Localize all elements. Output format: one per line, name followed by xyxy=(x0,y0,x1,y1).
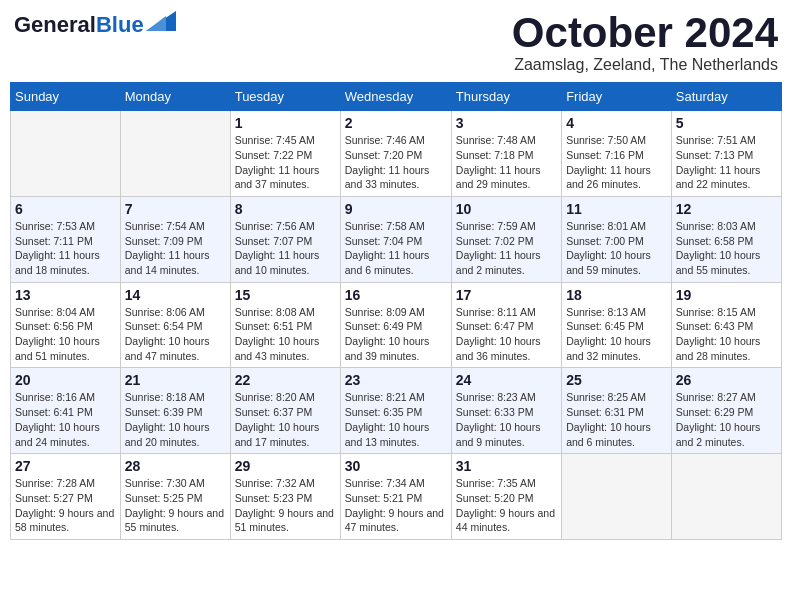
day-number: 25 xyxy=(566,372,667,388)
day-info: Sunrise: 7:32 AM Sunset: 5:23 PM Dayligh… xyxy=(235,476,336,535)
day-number: 3 xyxy=(456,115,557,131)
logo-text: GeneralBlue xyxy=(14,14,144,36)
calendar-cell: 29Sunrise: 7:32 AM Sunset: 5:23 PM Dayli… xyxy=(230,454,340,540)
day-number: 28 xyxy=(125,458,226,474)
day-number: 19 xyxy=(676,287,777,303)
day-header-thursday: Thursday xyxy=(451,83,561,111)
day-info: Sunrise: 7:28 AM Sunset: 5:27 PM Dayligh… xyxy=(15,476,116,535)
day-number: 31 xyxy=(456,458,557,474)
day-number: 1 xyxy=(235,115,336,131)
day-number: 11 xyxy=(566,201,667,217)
day-number: 12 xyxy=(676,201,777,217)
day-number: 9 xyxy=(345,201,447,217)
day-number: 29 xyxy=(235,458,336,474)
day-info: Sunrise: 8:27 AM Sunset: 6:29 PM Dayligh… xyxy=(676,390,777,449)
day-info: Sunrise: 8:18 AM Sunset: 6:39 PM Dayligh… xyxy=(125,390,226,449)
calendar: SundayMondayTuesdayWednesdayThursdayFrid… xyxy=(10,82,782,540)
calendar-cell: 6Sunrise: 7:53 AM Sunset: 7:11 PM Daylig… xyxy=(11,196,121,282)
calendar-cell: 10Sunrise: 7:59 AM Sunset: 7:02 PM Dayli… xyxy=(451,196,561,282)
calendar-cell: 26Sunrise: 8:27 AM Sunset: 6:29 PM Dayli… xyxy=(671,368,781,454)
calendar-week-row: 13Sunrise: 8:04 AM Sunset: 6:56 PM Dayli… xyxy=(11,282,782,368)
calendar-cell xyxy=(11,111,121,197)
calendar-cell: 4Sunrise: 7:50 AM Sunset: 7:16 PM Daylig… xyxy=(562,111,672,197)
day-info: Sunrise: 7:53 AM Sunset: 7:11 PM Dayligh… xyxy=(15,219,116,278)
calendar-cell: 23Sunrise: 8:21 AM Sunset: 6:35 PM Dayli… xyxy=(340,368,451,454)
calendar-cell: 12Sunrise: 8:03 AM Sunset: 6:58 PM Dayli… xyxy=(671,196,781,282)
calendar-header-row: SundayMondayTuesdayWednesdayThursdayFrid… xyxy=(11,83,782,111)
day-info: Sunrise: 8:08 AM Sunset: 6:51 PM Dayligh… xyxy=(235,305,336,364)
calendar-cell: 15Sunrise: 8:08 AM Sunset: 6:51 PM Dayli… xyxy=(230,282,340,368)
day-info: Sunrise: 7:30 AM Sunset: 5:25 PM Dayligh… xyxy=(125,476,226,535)
day-number: 24 xyxy=(456,372,557,388)
day-number: 5 xyxy=(676,115,777,131)
svg-marker-1 xyxy=(146,16,166,31)
calendar-cell: 17Sunrise: 8:11 AM Sunset: 6:47 PM Dayli… xyxy=(451,282,561,368)
day-info: Sunrise: 8:09 AM Sunset: 6:49 PM Dayligh… xyxy=(345,305,447,364)
day-header-wednesday: Wednesday xyxy=(340,83,451,111)
calendar-cell xyxy=(562,454,672,540)
calendar-cell: 16Sunrise: 8:09 AM Sunset: 6:49 PM Dayli… xyxy=(340,282,451,368)
day-number: 16 xyxy=(345,287,447,303)
day-number: 22 xyxy=(235,372,336,388)
day-info: Sunrise: 8:13 AM Sunset: 6:45 PM Dayligh… xyxy=(566,305,667,364)
calendar-cell: 13Sunrise: 8:04 AM Sunset: 6:56 PM Dayli… xyxy=(11,282,121,368)
day-number: 21 xyxy=(125,372,226,388)
calendar-cell: 22Sunrise: 8:20 AM Sunset: 6:37 PM Dayli… xyxy=(230,368,340,454)
day-info: Sunrise: 8:21 AM Sunset: 6:35 PM Dayligh… xyxy=(345,390,447,449)
month-title: October 2024 xyxy=(512,10,778,56)
calendar-cell: 20Sunrise: 8:16 AM Sunset: 6:41 PM Dayli… xyxy=(11,368,121,454)
day-info: Sunrise: 8:25 AM Sunset: 6:31 PM Dayligh… xyxy=(566,390,667,449)
calendar-cell xyxy=(671,454,781,540)
day-info: Sunrise: 7:54 AM Sunset: 7:09 PM Dayligh… xyxy=(125,219,226,278)
day-info: Sunrise: 8:23 AM Sunset: 6:33 PM Dayligh… xyxy=(456,390,557,449)
day-info: Sunrise: 7:59 AM Sunset: 7:02 PM Dayligh… xyxy=(456,219,557,278)
calendar-cell: 8Sunrise: 7:56 AM Sunset: 7:07 PM Daylig… xyxy=(230,196,340,282)
calendar-cell: 25Sunrise: 8:25 AM Sunset: 6:31 PM Dayli… xyxy=(562,368,672,454)
day-number: 6 xyxy=(15,201,116,217)
calendar-week-row: 1Sunrise: 7:45 AM Sunset: 7:22 PM Daylig… xyxy=(11,111,782,197)
day-info: Sunrise: 7:50 AM Sunset: 7:16 PM Dayligh… xyxy=(566,133,667,192)
calendar-week-row: 27Sunrise: 7:28 AM Sunset: 5:27 PM Dayli… xyxy=(11,454,782,540)
day-header-monday: Monday xyxy=(120,83,230,111)
day-info: Sunrise: 8:11 AM Sunset: 6:47 PM Dayligh… xyxy=(456,305,557,364)
calendar-cell: 9Sunrise: 7:58 AM Sunset: 7:04 PM Daylig… xyxy=(340,196,451,282)
day-info: Sunrise: 7:58 AM Sunset: 7:04 PM Dayligh… xyxy=(345,219,447,278)
day-info: Sunrise: 7:34 AM Sunset: 5:21 PM Dayligh… xyxy=(345,476,447,535)
day-info: Sunrise: 7:56 AM Sunset: 7:07 PM Dayligh… xyxy=(235,219,336,278)
day-info: Sunrise: 7:35 AM Sunset: 5:20 PM Dayligh… xyxy=(456,476,557,535)
calendar-cell: 21Sunrise: 8:18 AM Sunset: 6:39 PM Dayli… xyxy=(120,368,230,454)
calendar-cell: 14Sunrise: 8:06 AM Sunset: 6:54 PM Dayli… xyxy=(120,282,230,368)
day-number: 4 xyxy=(566,115,667,131)
day-number: 10 xyxy=(456,201,557,217)
calendar-cell xyxy=(120,111,230,197)
day-header-saturday: Saturday xyxy=(671,83,781,111)
calendar-cell: 1Sunrise: 7:45 AM Sunset: 7:22 PM Daylig… xyxy=(230,111,340,197)
day-number: 14 xyxy=(125,287,226,303)
day-number: 15 xyxy=(235,287,336,303)
logo: GeneralBlue xyxy=(14,14,176,36)
calendar-cell: 7Sunrise: 7:54 AM Sunset: 7:09 PM Daylig… xyxy=(120,196,230,282)
day-number: 7 xyxy=(125,201,226,217)
location-title: Zaamslag, Zeeland, The Netherlands xyxy=(512,56,778,74)
day-number: 30 xyxy=(345,458,447,474)
day-number: 27 xyxy=(15,458,116,474)
day-info: Sunrise: 7:48 AM Sunset: 7:18 PM Dayligh… xyxy=(456,133,557,192)
day-info: Sunrise: 8:15 AM Sunset: 6:43 PM Dayligh… xyxy=(676,305,777,364)
day-number: 20 xyxy=(15,372,116,388)
day-info: Sunrise: 7:46 AM Sunset: 7:20 PM Dayligh… xyxy=(345,133,447,192)
calendar-cell: 19Sunrise: 8:15 AM Sunset: 6:43 PM Dayli… xyxy=(671,282,781,368)
calendar-cell: 5Sunrise: 7:51 AM Sunset: 7:13 PM Daylig… xyxy=(671,111,781,197)
calendar-cell: 3Sunrise: 7:48 AM Sunset: 7:18 PM Daylig… xyxy=(451,111,561,197)
day-header-friday: Friday xyxy=(562,83,672,111)
title-section: October 2024 Zaamslag, Zeeland, The Neth… xyxy=(512,10,778,74)
day-info: Sunrise: 7:45 AM Sunset: 7:22 PM Dayligh… xyxy=(235,133,336,192)
header: GeneralBlue October 2024 Zaamslag, Zeela… xyxy=(10,10,782,74)
calendar-cell: 11Sunrise: 8:01 AM Sunset: 7:00 PM Dayli… xyxy=(562,196,672,282)
calendar-week-row: 6Sunrise: 7:53 AM Sunset: 7:11 PM Daylig… xyxy=(11,196,782,282)
day-number: 8 xyxy=(235,201,336,217)
day-number: 18 xyxy=(566,287,667,303)
day-header-tuesday: Tuesday xyxy=(230,83,340,111)
day-info: Sunrise: 8:16 AM Sunset: 6:41 PM Dayligh… xyxy=(15,390,116,449)
day-info: Sunrise: 7:51 AM Sunset: 7:13 PM Dayligh… xyxy=(676,133,777,192)
calendar-cell: 31Sunrise: 7:35 AM Sunset: 5:20 PM Dayli… xyxy=(451,454,561,540)
